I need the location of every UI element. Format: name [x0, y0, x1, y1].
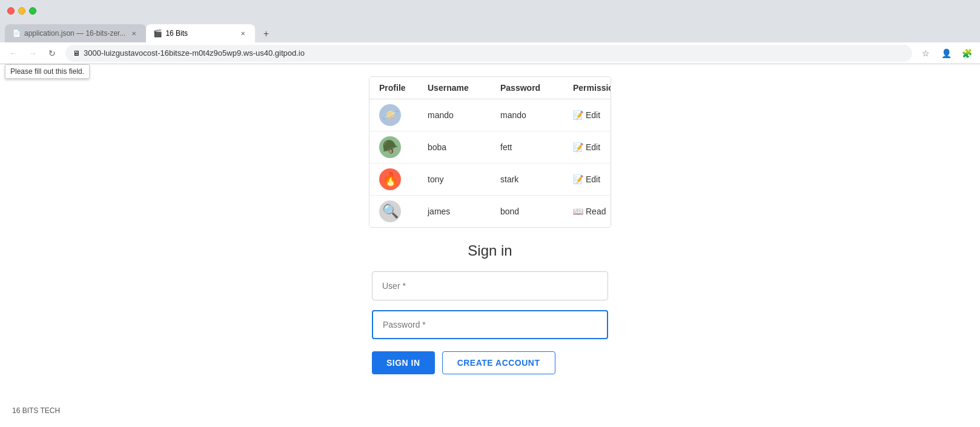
permission-label: Edit [586, 174, 600, 184]
tabs-bar: 📄 application.json — 16-bits-zer... ✕ 🎬 … [0, 22, 980, 42]
username-cell: boba [428, 142, 500, 152]
table-row: 🔥 tony stark 📝 Edit [369, 164, 611, 196]
username-cell: mando [428, 110, 500, 120]
browser-chrome: 📄 application.json — 16-bits-zer... ✕ 🎬 … [0, 0, 980, 64]
permission-label: Edit [586, 142, 600, 152]
tab-close-2[interactable]: ✕ [238, 28, 248, 38]
password-input[interactable] [372, 310, 608, 339]
tab-favicon-1: 📄 [12, 29, 21, 38]
col-profile: Profile [379, 83, 428, 93]
sign-in-title: Sign in [468, 242, 512, 259]
col-password: Password [500, 83, 573, 93]
table-header: Profile Username Password Permission [369, 77, 611, 99]
edit-icon: 📝 [573, 142, 583, 152]
users-table: Profile Username Password Permission 🪐 m… [369, 76, 611, 228]
username-cell: tony [428, 174, 500, 184]
avatar: 🪖 [379, 136, 401, 158]
table-row: 🪐 mando mando 📝 Edit [369, 99, 611, 131]
reload-button[interactable]: ↻ [44, 45, 61, 62]
avatar: 🔍 [379, 200, 401, 222]
tab-favicon-2: 🎬 [153, 29, 162, 38]
tab-application-json[interactable]: 📄 application.json — 16-bits-zer... ✕ [5, 24, 146, 42]
tooltip-text: Please fill out this field. [10, 67, 84, 76]
read-button[interactable]: 📖 Read [573, 207, 611, 216]
permission-label: Read [586, 207, 606, 216]
password-cell: mando [500, 110, 573, 120]
minimize-button[interactable] [18, 7, 25, 15]
col-permission: Permission [573, 83, 611, 93]
maximize-button[interactable] [29, 7, 36, 15]
back-button[interactable]: ← [5, 45, 22, 62]
avatar: 🪐 [379, 104, 401, 126]
close-button[interactable] [7, 7, 15, 15]
read-icon: 📖 [573, 207, 583, 216]
edit-button[interactable]: 📝 Edit [573, 110, 611, 120]
edit-icon: 📝 [573, 174, 583, 184]
url-bar[interactable]: 🖥 3000-luizgustavocost-16bitsze-m0t4z9o5… [65, 45, 912, 62]
address-bar: ← → ↻ 🖥 3000-luizgustavocost-16bitsze-m0… [0, 42, 980, 64]
validation-tooltip: Please fill out this field. [5, 64, 90, 79]
user-input[interactable] [372, 271, 608, 300]
permission-label: Edit [586, 110, 600, 120]
extensions-button[interactable]: 🧩 [958, 45, 975, 62]
password-cell: bond [500, 207, 573, 216]
tab-close-1[interactable]: ✕ [129, 28, 139, 38]
password-cell: stark [500, 174, 573, 184]
new-tab-button[interactable]: + [257, 25, 274, 42]
nav-buttons: ← → ↻ [5, 45, 61, 62]
edit-button[interactable]: 📝 Edit [573, 174, 611, 184]
tab-16bits[interactable]: 🎬 16 Bits ✕ [146, 24, 255, 42]
browser-actions: ☆ 👤 🧩 [917, 45, 975, 62]
tab-title-1: application.json — 16-bits-zer... [24, 29, 125, 38]
title-bar [0, 0, 980, 22]
col-username: Username [428, 83, 500, 93]
sign-in-button[interactable]: SIGN IN [372, 351, 435, 374]
forward-button[interactable]: → [24, 45, 41, 62]
tab-title-2: 16 Bits [165, 29, 234, 38]
form-actions: SIGN IN CREATE ACCOUNT [372, 351, 608, 374]
table-row: 🪖 boba fett 📝 Edit [369, 131, 611, 164]
profile-button[interactable]: 👤 [938, 45, 955, 62]
avatar: 🔥 [379, 168, 401, 190]
page-content: Profile Username Password Permission 🪐 m… [0, 64, 980, 427]
security-icon: 🖥 [73, 49, 80, 58]
create-account-button[interactable]: CREATE ACCOUNT [442, 351, 555, 374]
url-text: 3000-luizgustavocost-16bitsze-m0t4z9o5wp… [84, 48, 905, 58]
edit-icon: 📝 [573, 110, 583, 120]
username-cell: james [428, 207, 500, 216]
traffic-lights [7, 7, 36, 15]
table-row: 🔍 james bond 📖 Read [369, 196, 611, 227]
page-footer: 16 BITS TECH [12, 406, 60, 415]
edit-button[interactable]: 📝 Edit [573, 142, 611, 152]
password-cell: fett [500, 142, 573, 152]
bookmark-button[interactable]: ☆ [917, 45, 934, 62]
